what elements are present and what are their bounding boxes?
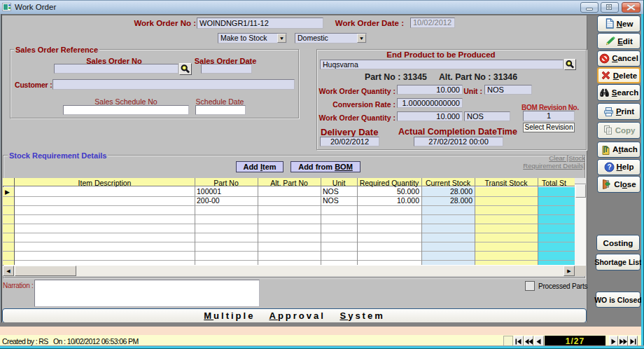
svg-text:?: ? [607,163,611,171]
